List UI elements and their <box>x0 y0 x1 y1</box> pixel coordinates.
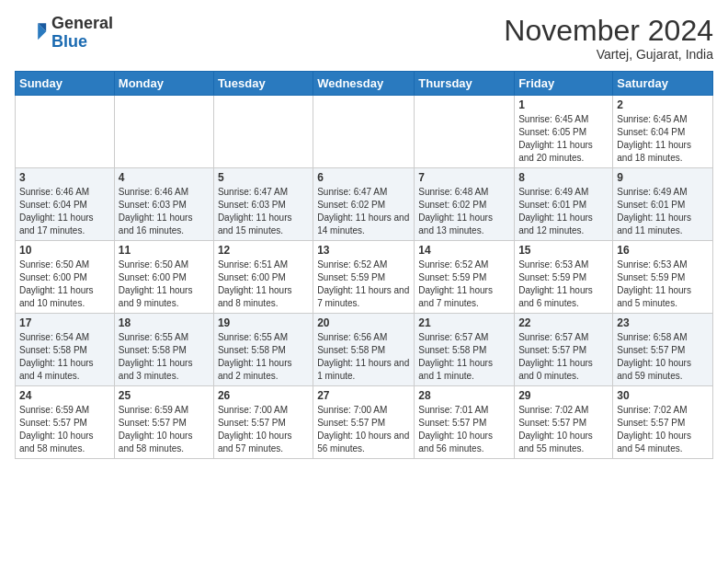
day-number: 28 <box>418 389 510 402</box>
calendar-cell: 11Sunrise: 6:50 AMSunset: 6:00 PMDayligh… <box>114 241 213 314</box>
calendar-cell: 9Sunrise: 6:49 AMSunset: 6:01 PMDaylight… <box>613 168 713 241</box>
day-info: Sunrise: 6:48 AMSunset: 6:02 PMDaylight:… <box>418 186 510 237</box>
title-block: November 2024 Vartej, Gujarat, India <box>504 15 713 62</box>
weekday-header: Saturday <box>613 72 713 96</box>
day-number: 29 <box>518 389 609 402</box>
location: Vartej, Gujarat, India <box>504 47 713 62</box>
calendar-cell: 17Sunrise: 6:54 AMSunset: 5:58 PMDayligh… <box>16 314 115 386</box>
day-info: Sunrise: 6:55 AMSunset: 5:58 PMDaylight:… <box>218 331 309 383</box>
calendar-week-row: 24Sunrise: 6:59 AMSunset: 5:57 PMDayligh… <box>16 386 713 459</box>
day-number: 19 <box>218 316 309 329</box>
logo-icon <box>15 17 48 50</box>
day-number: 4 <box>119 171 210 184</box>
calendar-cell: 12Sunrise: 6:51 AMSunset: 6:00 PMDayligh… <box>213 241 313 314</box>
calendar-cell: 4Sunrise: 6:46 AMSunset: 6:03 PMDaylight… <box>114 168 213 241</box>
calendar-cell: 18Sunrise: 6:55 AMSunset: 5:58 PMDayligh… <box>114 314 213 386</box>
logo: General Blue <box>15 15 113 52</box>
logo-line1: General <box>51 15 113 33</box>
day-number: 18 <box>119 316 210 329</box>
calendar-cell: 10Sunrise: 6:50 AMSunset: 6:00 PMDayligh… <box>16 241 115 314</box>
day-number: 26 <box>218 389 309 402</box>
day-info: Sunrise: 6:45 AMSunset: 6:04 PMDaylight:… <box>617 113 709 165</box>
day-info: Sunrise: 6:46 AMSunset: 6:03 PMDaylight:… <box>119 186 210 237</box>
day-number: 12 <box>218 244 309 257</box>
calendar-week-row: 10Sunrise: 6:50 AMSunset: 6:00 PMDayligh… <box>16 241 713 314</box>
calendar-cell: 21Sunrise: 6:57 AMSunset: 5:58 PMDayligh… <box>415 314 515 386</box>
day-number: 21 <box>418 316 510 329</box>
day-number: 27 <box>317 389 410 402</box>
weekday-header: Wednesday <box>313 72 415 96</box>
calendar-week-row: 1Sunrise: 6:45 AMSunset: 6:05 PMDaylight… <box>16 96 713 168</box>
calendar-cell: 27Sunrise: 7:00 AMSunset: 5:57 PMDayligh… <box>313 386 415 459</box>
day-info: Sunrise: 7:02 AMSunset: 5:57 PMDaylight:… <box>617 404 709 455</box>
day-info: Sunrise: 7:01 AMSunset: 5:57 PMDaylight:… <box>418 404 510 455</box>
day-info: Sunrise: 6:58 AMSunset: 5:57 PMDaylight:… <box>617 331 709 383</box>
day-number: 9 <box>617 171 709 184</box>
day-info: Sunrise: 6:59 AMSunset: 5:57 PMDaylight:… <box>19 404 110 455</box>
logo-line2: Blue <box>51 33 113 52</box>
calendar-cell: 1Sunrise: 6:45 AMSunset: 6:05 PMDaylight… <box>515 96 613 168</box>
month-title: November 2024 <box>504 15 713 47</box>
calendar-week-row: 3Sunrise: 6:46 AMSunset: 6:04 PMDaylight… <box>16 168 713 241</box>
calendar-cell: 13Sunrise: 6:52 AMSunset: 5:59 PMDayligh… <box>313 241 415 314</box>
day-info: Sunrise: 6:50 AMSunset: 6:00 PMDaylight:… <box>119 259 210 310</box>
calendar-cell: 24Sunrise: 6:59 AMSunset: 5:57 PMDayligh… <box>16 386 115 459</box>
day-info: Sunrise: 7:02 AMSunset: 5:57 PMDaylight:… <box>518 404 609 455</box>
day-info: Sunrise: 6:55 AMSunset: 5:58 PMDaylight:… <box>119 331 210 383</box>
weekday-header: Sunday <box>16 72 115 96</box>
calendar-cell: 8Sunrise: 6:49 AMSunset: 6:01 PMDaylight… <box>515 168 613 241</box>
day-info: Sunrise: 6:54 AMSunset: 5:58 PMDaylight:… <box>19 331 110 383</box>
day-number: 23 <box>617 316 709 329</box>
day-info: Sunrise: 6:49 AMSunset: 6:01 PMDaylight:… <box>617 186 709 237</box>
calendar-cell: 5Sunrise: 6:47 AMSunset: 6:03 PMDaylight… <box>213 168 313 241</box>
day-info: Sunrise: 6:47 AMSunset: 6:02 PMDaylight:… <box>317 186 410 237</box>
day-info: Sunrise: 6:45 AMSunset: 6:05 PMDaylight:… <box>518 113 609 165</box>
day-info: Sunrise: 7:00 AMSunset: 5:57 PMDaylight:… <box>218 404 309 455</box>
day-number: 10 <box>19 244 110 257</box>
day-info: Sunrise: 7:00 AMSunset: 5:57 PMDaylight:… <box>317 404 410 455</box>
weekday-header: Friday <box>515 72 613 96</box>
calendar-cell: 16Sunrise: 6:53 AMSunset: 5:59 PMDayligh… <box>613 241 713 314</box>
calendar-cell: 15Sunrise: 6:53 AMSunset: 5:59 PMDayligh… <box>515 241 613 314</box>
calendar-cell: 22Sunrise: 6:57 AMSunset: 5:57 PMDayligh… <box>515 314 613 386</box>
calendar-header-row: SundayMondayTuesdayWednesdayThursdayFrid… <box>16 72 713 96</box>
day-info: Sunrise: 6:57 AMSunset: 5:57 PMDaylight:… <box>518 331 609 383</box>
day-number: 22 <box>518 316 609 329</box>
logo-text: General Blue <box>51 15 113 52</box>
calendar-cell: 7Sunrise: 6:48 AMSunset: 6:02 PMDaylight… <box>415 168 515 241</box>
day-number: 25 <box>119 389 210 402</box>
calendar-cell: 29Sunrise: 7:02 AMSunset: 5:57 PMDayligh… <box>515 386 613 459</box>
calendar-table: SundayMondayTuesdayWednesdayThursdayFrid… <box>15 71 713 459</box>
day-info: Sunrise: 6:53 AMSunset: 5:59 PMDaylight:… <box>518 259 609 310</box>
day-info: Sunrise: 6:52 AMSunset: 5:59 PMDaylight:… <box>418 259 510 310</box>
day-number: 15 <box>518 244 609 257</box>
day-number: 30 <box>617 389 709 402</box>
day-number: 13 <box>317 244 410 257</box>
day-number: 3 <box>19 171 110 184</box>
calendar-cell: 30Sunrise: 7:02 AMSunset: 5:57 PMDayligh… <box>613 386 713 459</box>
day-number: 14 <box>418 244 510 257</box>
calendar-cell: 26Sunrise: 7:00 AMSunset: 5:57 PMDayligh… <box>213 386 313 459</box>
day-number: 2 <box>617 98 709 111</box>
day-info: Sunrise: 6:53 AMSunset: 5:59 PMDaylight:… <box>617 259 709 310</box>
calendar-cell: 2Sunrise: 6:45 AMSunset: 6:04 PMDaylight… <box>613 96 713 168</box>
calendar-week-row: 17Sunrise: 6:54 AMSunset: 5:58 PMDayligh… <box>16 314 713 386</box>
weekday-header: Monday <box>114 72 213 96</box>
calendar-cell <box>213 96 313 168</box>
calendar-cell: 3Sunrise: 6:46 AMSunset: 6:04 PMDaylight… <box>16 168 115 241</box>
page: General Blue November 2024 Vartej, Gujar… <box>0 0 728 470</box>
day-number: 1 <box>518 98 609 111</box>
day-number: 6 <box>317 171 410 184</box>
calendar-cell: 14Sunrise: 6:52 AMSunset: 5:59 PMDayligh… <box>415 241 515 314</box>
day-info: Sunrise: 6:47 AMSunset: 6:03 PMDaylight:… <box>218 186 309 237</box>
day-info: Sunrise: 6:56 AMSunset: 5:58 PMDaylight:… <box>317 331 410 383</box>
calendar-cell <box>16 96 115 168</box>
calendar-cell <box>415 96 515 168</box>
calendar-cell <box>114 96 213 168</box>
day-number: 5 <box>218 171 309 184</box>
day-info: Sunrise: 6:52 AMSunset: 5:59 PMDaylight:… <box>317 259 410 310</box>
day-number: 16 <box>617 244 709 257</box>
weekday-header: Thursday <box>415 72 515 96</box>
day-number: 8 <box>518 171 609 184</box>
day-info: Sunrise: 6:50 AMSunset: 6:00 PMDaylight:… <box>19 259 110 310</box>
